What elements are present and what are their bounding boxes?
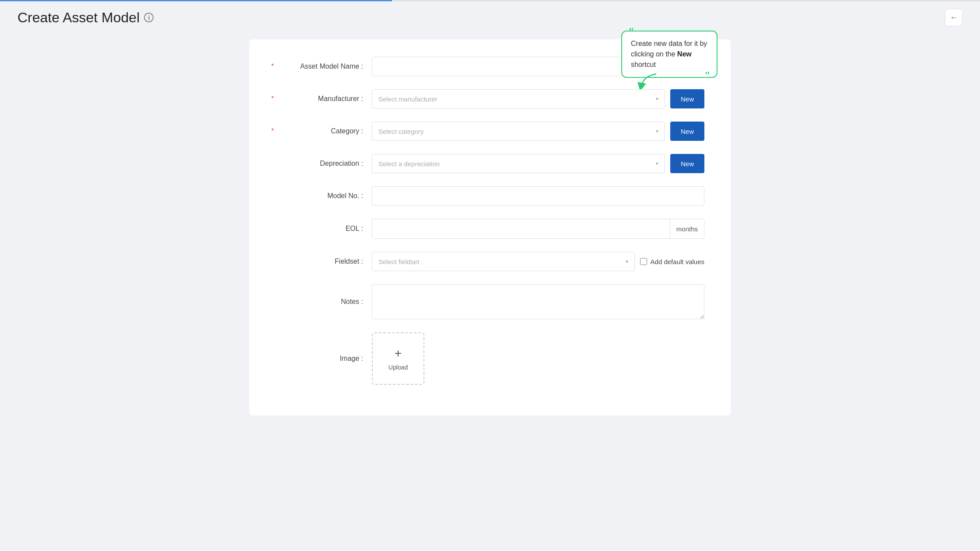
tooltip-quote-close: ": [705, 70, 710, 82]
eol-input[interactable]: [372, 219, 670, 238]
manufacturer-wrapper: Select manufacturer ▾ New: [372, 89, 704, 108]
model-no-input[interactable]: [372, 186, 704, 206]
manufacturer-new-button[interactable]: New: [670, 89, 704, 108]
category-wrapper: Select category ▾ New: [372, 122, 704, 141]
eol-wrapper: months: [372, 219, 704, 239]
fieldset-label: Fieldset :: [276, 258, 372, 265]
top-progress-bar: [0, 0, 980, 1]
fieldset-wrapper: Select fieldset ▾ Add default values: [372, 252, 704, 271]
info-icon[interactable]: ℹ: [144, 13, 154, 22]
tooltip-arrow: [634, 72, 661, 91]
model-no-row: Model No. :: [276, 186, 704, 206]
eol-label: EOL :: [276, 225, 372, 233]
asset-model-name-label: Asset Model Name :: [276, 63, 372, 70]
tooltip-quote-open: ": [629, 26, 634, 38]
category-label: Category :: [276, 127, 372, 135]
model-no-wrapper: [372, 186, 704, 206]
depreciation-placeholder: Select a depreciation: [378, 160, 440, 167]
add-default-values-text: Add default values: [651, 258, 704, 265]
eol-row: EOL : months: [276, 219, 704, 239]
image-row: Image : + Upload: [276, 332, 704, 385]
image-wrapper: + Upload: [372, 332, 704, 385]
tooltip-text: Create new data for it by clicking on th…: [631, 40, 707, 68]
notes-wrapper: [372, 284, 704, 319]
category-new-button[interactable]: New: [670, 122, 704, 141]
notes-label: Notes :: [276, 298, 372, 306]
category-select[interactable]: Select category ▾: [372, 122, 665, 141]
notes-row: Notes :: [276, 284, 704, 319]
manufacturer-row: Manufacturer : Select manufacturer ▾ New: [276, 89, 704, 108]
back-button[interactable]: ←: [945, 9, 962, 26]
manufacturer-chevron-icon: ▾: [656, 96, 658, 102]
page-title-area: Create Asset Model ℹ: [18, 10, 154, 26]
tooltip-bubble: " Create new data for it by clicking on …: [621, 31, 718, 78]
add-default-values-label[interactable]: Add default values: [640, 258, 704, 265]
fieldset-row: Fieldset : Select fieldset ▾ Add default…: [276, 252, 704, 271]
eol-input-group: months: [372, 219, 704, 239]
depreciation-row: Depreciation : Select a depreciation ▾ N…: [276, 154, 704, 173]
image-upload-box[interactable]: + Upload: [372, 332, 424, 385]
depreciation-label: Depreciation :: [276, 160, 372, 167]
category-row: Category : Select category ▾ New: [276, 122, 704, 141]
add-default-values-checkbox[interactable]: [640, 258, 647, 265]
model-no-label: Model No. :: [276, 192, 372, 200]
image-label: Image :: [276, 355, 372, 363]
notes-textarea[interactable]: [372, 284, 704, 319]
page-header: Create Asset Model ℹ ←: [18, 9, 962, 26]
tooltip-container: " Create new data for it by clicking on …: [621, 31, 718, 78]
category-placeholder: Select category: [378, 128, 424, 135]
depreciation-select[interactable]: Select a depreciation ▾: [372, 154, 665, 173]
depreciation-chevron-icon: ▾: [656, 160, 658, 167]
depreciation-wrapper: Select a depreciation ▾ New: [372, 154, 704, 173]
manufacturer-label: Manufacturer :: [276, 95, 372, 103]
category-chevron-icon: ▾: [656, 128, 658, 134]
manufacturer-select[interactable]: Select manufacturer ▾: [372, 89, 665, 108]
page-container: Create Asset Model ℹ ← " Create new data…: [0, 0, 980, 551]
page-title: Create Asset Model: [18, 10, 140, 26]
form-container: " Create new data for it by clicking on …: [249, 39, 731, 415]
fieldset-select[interactable]: Select fieldset ▾: [372, 252, 635, 271]
upload-label: Upload: [388, 364, 408, 371]
fieldset-placeholder: Select fieldset: [378, 258, 419, 265]
fieldset-chevron-icon: ▾: [626, 258, 628, 265]
manufacturer-placeholder: Select manufacturer: [378, 95, 437, 103]
eol-suffix: months: [670, 219, 704, 238]
depreciation-new-button[interactable]: New: [670, 154, 704, 173]
upload-plus-icon: +: [395, 346, 402, 360]
